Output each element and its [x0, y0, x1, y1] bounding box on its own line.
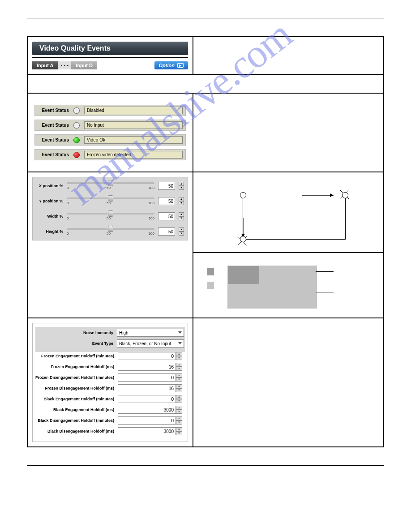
banner-title: Video Quality Events [32, 42, 188, 55]
noise-immunity-label: Noise Immunity [36, 330, 113, 335]
event-status-label: Event Status [38, 108, 69, 113]
tab-ellipsis: • • • [58, 61, 71, 69]
holdoff-row: Frozen Disengagement Holdoff (minutes)0▲… [35, 373, 185, 382]
slider-thumb-icon[interactable] [108, 180, 113, 186]
event-status-ok-field: Video Ok [84, 136, 183, 144]
callout-line-bottom [316, 292, 334, 292]
tick-50: 50 [107, 201, 111, 205]
settings-panel: Noise Immunity High Event Type Black, Fr… [32, 323, 188, 442]
x-position-label: X position % [36, 184, 63, 188]
led-off-icon [73, 122, 80, 129]
holdoff-stepper[interactable]: ▲▼ [176, 363, 182, 371]
height-value[interactable]: 50 [158, 227, 175, 236]
tabs-bar: Input A • • • Input D Option [32, 61, 188, 69]
option-button-label: Option [159, 63, 175, 68]
event-type-row: Event Type Black, Frozen, or No Input [36, 339, 184, 348]
holdoff-row: Frozen Engagement Holdoff (minutes)0▲▼ [35, 352, 185, 360]
event-status-frozen-field: Frozen video detected [84, 151, 183, 159]
holdoff-stepper[interactable]: ▲▼ [176, 406, 182, 414]
holdoff-value[interactable]: 16 [118, 363, 176, 371]
event-status-disabled-field: Disabled [84, 107, 183, 114]
y-position-row: Y position % 050100 50 ▲▼ [36, 197, 184, 205]
diagram-divider [193, 252, 383, 253]
width-stepper[interactable]: ▲▼ [179, 212, 184, 220]
holdoff-value[interactable]: 0 [118, 352, 176, 360]
slider-thumb-icon[interactable] [108, 226, 113, 232]
holdoff-label: Frozen Engagement Holdoff (ms) [35, 365, 114, 369]
holdoff-label: Frozen Disengagement Holdoff (ms) [35, 386, 114, 390]
size-diagram [198, 257, 379, 313]
event-status-frozen: Event Status Frozen video detected [34, 149, 186, 160]
holdoff-stepper[interactable]: ▲▼ [176, 395, 182, 403]
y-position-value[interactable]: 50 [158, 197, 175, 205]
y-position-slider[interactable]: 050100 [67, 197, 154, 205]
corner-handle-bl-icon [240, 236, 246, 242]
holdoff-value[interactable]: 0 [118, 373, 176, 382]
event-status-ok: Event Status Video Ok [34, 134, 186, 146]
y-position-stepper[interactable]: ▲▼ [179, 197, 184, 205]
holdoff-value[interactable]: 16 [118, 384, 176, 392]
holdoff-value[interactable]: 3000 [118, 406, 176, 414]
tick-0: 0 [67, 232, 68, 236]
tick-0: 0 [67, 186, 68, 190]
noise-immunity-select[interactable]: High [117, 329, 184, 337]
corner-handle-tl-icon [240, 192, 246, 198]
slider-thumb-icon[interactable] [108, 195, 113, 202]
holdoff-stepper[interactable]: ▲▼ [176, 384, 182, 392]
x-position-slider[interactable]: 050100 [67, 182, 154, 190]
holdoff-label: Black Engagement Holdoff (minutes) [35, 397, 114, 401]
holdoff-value[interactable]: 3000 [118, 427, 176, 435]
main-table: Video Quality Events Input A • • • Input… [27, 36, 384, 447]
position-size-panel: X position % 050100 50 ▲▼ Y position % 0… [32, 177, 188, 240]
height-slider[interactable]: 050100 [67, 228, 154, 236]
holdoff-label: Black Engagement Holdoff (ms) [35, 408, 114, 412]
holdoff-stepper[interactable]: ▲▼ [176, 352, 182, 360]
tick-100: 100 [149, 232, 154, 236]
tick-50: 50 [107, 216, 111, 220]
shaded-rectangle [227, 266, 317, 309]
event-status-label: Event Status [38, 123, 69, 128]
holdoff-stepper[interactable]: ▲▼ [176, 427, 182, 435]
noise-immunity-row: Noise Immunity High [36, 329, 184, 337]
holdoff-row: Black Engagement Holdoff (ms)3000▲▼ [35, 406, 185, 414]
svg-marker-1 [330, 193, 334, 197]
holdoff-stepper[interactable]: ▲▼ [176, 373, 182, 382]
event-status-label: Event Status [38, 152, 69, 157]
x-position-stepper[interactable]: ▲▼ [179, 182, 184, 190]
tick-0: 0 [67, 201, 68, 205]
width-value[interactable]: 50 [158, 212, 175, 220]
diagram-right-cell [193, 172, 383, 317]
corner-handle-tr-icon [342, 192, 348, 198]
event-status-label: Event Status [38, 137, 69, 142]
height-stepper[interactable]: ▲▼ [179, 227, 184, 236]
slider-thumb-icon[interactable] [108, 210, 113, 217]
position-diagram [198, 177, 379, 249]
x-position-value[interactable]: 50 [158, 182, 175, 190]
event-status-noinput: Event Status No Input [34, 120, 186, 131]
holdoff-stepper[interactable]: ▲▼ [176, 416, 182, 425]
diagram-arrows [240, 192, 351, 245]
tick-100: 100 [149, 186, 154, 190]
holdoff-value[interactable]: 0 [118, 395, 176, 403]
holdoff-label: Frozen Disengagement Holdoff (minutes) [35, 375, 114, 380]
spacer-row [28, 75, 383, 93]
y-position-label: Y position % [36, 199, 63, 203]
height-row: Height % 050100 50 ▲▼ [36, 227, 184, 236]
height-label: Height % [36, 229, 63, 234]
option-button[interactable]: Option [154, 61, 188, 69]
page-top-rule [27, 18, 384, 18]
event-type-select[interactable]: Black, Frozen, or No Input [117, 339, 184, 348]
legend-light-icon [207, 282, 214, 289]
width-slider[interactable]: 050100 [67, 213, 154, 220]
diagram-rectangle [243, 195, 346, 240]
settings-right-cell [193, 318, 383, 446]
event-status-noinput-field: No Input [84, 121, 183, 129]
tab-input-a[interactable]: Input A [32, 61, 58, 69]
holdoff-value[interactable]: 0 [118, 416, 176, 425]
diagram-legend [207, 268, 214, 309]
led-off-icon [73, 107, 80, 114]
tick-50: 50 [107, 186, 111, 190]
holdoff-row: Black Disengagement Holdoff (ms)3000▲▼ [35, 427, 185, 435]
tab-input-d[interactable]: Input D [71, 61, 97, 69]
header-right-cell [193, 37, 383, 74]
